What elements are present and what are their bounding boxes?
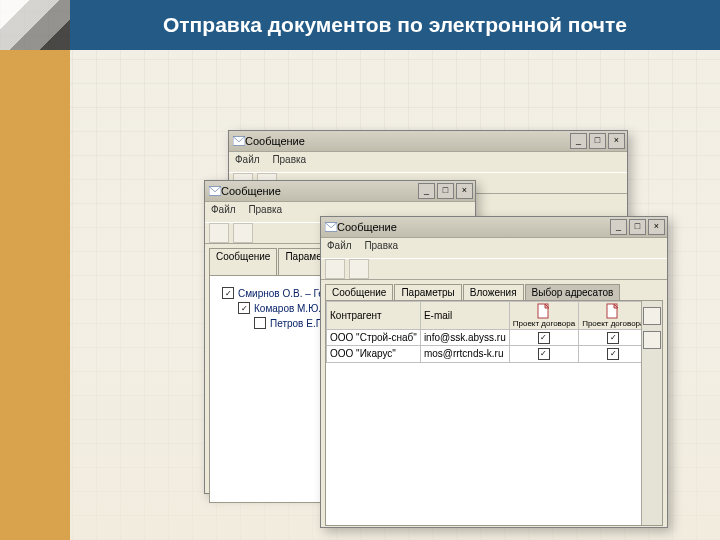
- cell-check[interactable]: [579, 330, 641, 346]
- minimize-button[interactable]: _: [570, 133, 587, 149]
- slide-title-bar: Отправка документов по электронной почте: [70, 0, 720, 50]
- menu-file[interactable]: Файл: [211, 204, 236, 215]
- cell-org: ООО "Строй-снаб": [327, 330, 421, 346]
- window-tree-title: Сообщение: [221, 185, 281, 197]
- close-button[interactable]: ×: [648, 219, 665, 235]
- maximize-button[interactable]: □: [589, 133, 606, 149]
- toolbar-button[interactable]: [233, 223, 253, 243]
- recipient-checkbox[interactable]: [238, 302, 250, 314]
- slide-corner-graphic: [0, 0, 70, 50]
- window-tree-titlebar[interactable]: Сообщение _ □ ×: [205, 181, 475, 202]
- mail-icon: [209, 185, 221, 197]
- window-back-title: Сообщение: [245, 135, 305, 147]
- mail-icon: [325, 221, 337, 233]
- close-button[interactable]: ×: [456, 183, 473, 199]
- toolbar-button[interactable]: [209, 223, 229, 243]
- tab-message[interactable]: Сообщение: [209, 248, 277, 275]
- menu-edit[interactable]: Правка: [272, 154, 306, 165]
- toolbar-button[interactable]: [349, 259, 369, 279]
- remove-row-button[interactable]: [643, 331, 661, 349]
- cell-check[interactable]: [509, 345, 578, 362]
- toolbar-button[interactable]: [325, 259, 345, 279]
- col-attachment[interactable]: Проект договора: [579, 302, 641, 330]
- tab-message[interactable]: Сообщение: [325, 284, 393, 300]
- add-row-button[interactable]: [643, 307, 661, 325]
- menu-file[interactable]: Файл: [327, 240, 352, 251]
- close-button[interactable]: ×: [608, 133, 625, 149]
- maximize-button[interactable]: □: [629, 219, 646, 235]
- window-grid-tabs: Сообщение Параметры Вложения Выбор адрес…: [321, 280, 667, 300]
- cell-check[interactable]: [509, 330, 578, 346]
- tab-attach[interactable]: Вложения: [463, 284, 524, 300]
- window-recipients-grid: Сообщение _ □ × Файл Правка Сообщение Па…: [320, 216, 668, 528]
- menu-edit[interactable]: Правка: [364, 240, 398, 251]
- grid-row[interactable]: ООО "Строй-снаб"info@ssk.abyss.ru: [327, 330, 642, 346]
- minimize-button[interactable]: _: [610, 219, 627, 235]
- window-grid-menu[interactable]: Файл Правка: [321, 238, 667, 258]
- col-attachment[interactable]: Проект договора: [509, 302, 578, 330]
- tab-params[interactable]: Параметры: [394, 284, 461, 300]
- grid-side-toolbar: [641, 301, 662, 525]
- slide-side-band: [0, 50, 70, 540]
- cell-email: mos@rrtcnds-k.ru: [420, 345, 509, 362]
- window-back-titlebar[interactable]: Сообщение _ □ ×: [229, 131, 627, 152]
- tab-recipients[interactable]: Выбор адресатов: [525, 284, 621, 300]
- menu-file[interactable]: Файл: [235, 154, 260, 165]
- mail-icon: [233, 135, 245, 147]
- maximize-button[interactable]: □: [437, 183, 454, 199]
- recipient-checkbox[interactable]: [254, 317, 266, 329]
- recipients-grid: КонтрагентE-mailПроект договораПроект до…: [326, 301, 641, 525]
- col-email[interactable]: E-mail: [420, 302, 509, 330]
- recipient-checkbox[interactable]: [222, 287, 234, 299]
- col-org[interactable]: Контрагент: [327, 302, 421, 330]
- cell-email: info@ssk.abyss.ru: [420, 330, 509, 346]
- window-back-menu[interactable]: Файл Правка: [229, 152, 627, 172]
- window-grid-toolbar: [321, 258, 667, 280]
- grid-row[interactable]: ООО "Икарус"mos@rrtcnds-k.ru: [327, 345, 642, 362]
- minimize-button[interactable]: _: [418, 183, 435, 199]
- cell-org: ООО "Икарус": [327, 345, 421, 362]
- window-grid-titlebar[interactable]: Сообщение _ □ ×: [321, 217, 667, 238]
- window-grid-title: Сообщение: [337, 221, 397, 233]
- menu-edit[interactable]: Правка: [248, 204, 282, 215]
- slide-title: Отправка документов по электронной почте: [163, 14, 627, 36]
- cell-check[interactable]: [579, 345, 641, 362]
